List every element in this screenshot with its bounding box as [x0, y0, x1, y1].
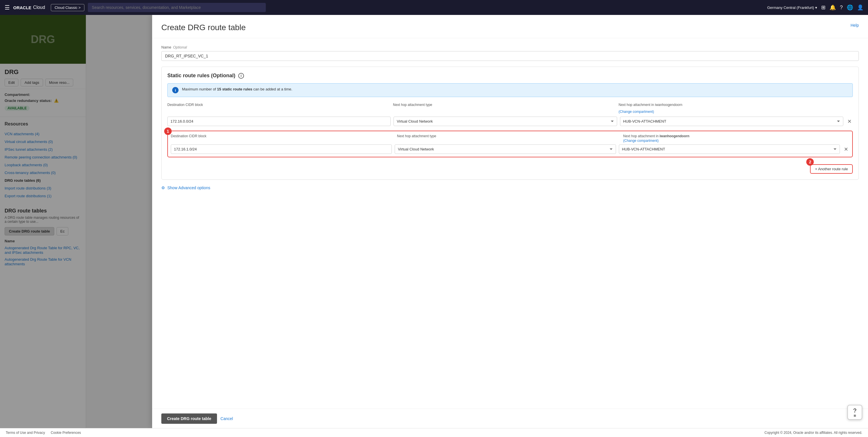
rule-1-hop-attachment-select[interactable]: HUB-VCN-ATTACHMENT: [620, 117, 843, 126]
name-label-text: Name: [161, 45, 172, 50]
rule-2-destination-label: Destination CIDR block: [171, 134, 394, 143]
modal-title: Create DRG route table: [161, 23, 246, 32]
next-hop-attachment-header-text: Next hop attachment in iwanhoogendoorn: [619, 103, 841, 109]
terms-link[interactable]: Terms of Use and Privacy: [6, 431, 45, 435]
user-profile-icon[interactable]: 👤: [857, 4, 863, 11]
route-rule-2-fields: Virtual Cloud Network IPSec Tunnel FastC…: [171, 145, 849, 154]
next-hop-attachment-header: Next hop attachment in iwanhoogendoorn (…: [619, 103, 841, 114]
region-label: Germany Central (Frankfurt): [767, 5, 814, 10]
console-icon[interactable]: ⊞: [821, 4, 826, 11]
info-banner-content: Maximum number of 15 static route rules …: [182, 87, 292, 91]
help-icon[interactable]: ?: [840, 5, 843, 11]
help-widget-icon: ?: [853, 407, 856, 414]
rule-2-hop-attachment-select[interactable]: HUB-VCN-ATTACHMENT: [619, 145, 840, 154]
static-rules-title: Static route rules (Optional): [167, 73, 236, 79]
info-banner-icon: i: [172, 87, 179, 93]
destination-cidr-header: Destination CIDR block: [167, 103, 390, 114]
notifications-icon[interactable]: 🔔: [830, 4, 836, 11]
rule-2-hop-type-select[interactable]: Virtual Cloud Network IPSec Tunnel FastC…: [395, 145, 616, 154]
name-form-group: Name Optional: [161, 45, 859, 61]
route-rules-column-headers: Destination CIDR block Next hop attachme…: [167, 103, 853, 116]
rule-1-hop-type-select[interactable]: Virtual Cloud Network IPSec Tunnel FastC…: [394, 117, 617, 126]
oracle-brand-text: ORACLE: [13, 5, 31, 10]
modal-footer: Create DRG route table Cancel: [152, 409, 868, 428]
info-banner: i Maximum number of 15 static route rule…: [167, 83, 853, 97]
nav-right-section: Germany Central (Frankfurt) ▾ ⊞ 🔔 ? 🌐 👤: [767, 4, 863, 11]
add-another-route-rule-button[interactable]: + Another route rule: [810, 164, 853, 174]
sliders-icon: ⚙: [161, 186, 165, 190]
hamburger-menu-icon[interactable]: ☰: [5, 4, 10, 11]
global-search-input[interactable]: [88, 3, 266, 12]
remove-rule-2-button[interactable]: ✕: [843, 146, 849, 153]
modal-body: Name Optional Static route rules (Option…: [152, 38, 868, 409]
create-drg-route-table-panel: Create DRG route table Help Name Optiona…: [152, 15, 868, 428]
cookie-preferences-link[interactable]: Cookie Preferences: [51, 431, 81, 435]
add-rule-btn-wrapper: 2 + Another route rule: [810, 162, 853, 174]
remove-rule-1-button[interactable]: ✕: [846, 118, 853, 125]
route-rule-1: Virtual Cloud Network IPSec Tunnel FastC…: [167, 117, 853, 126]
show-advanced-label: Show Advanced options: [167, 186, 210, 190]
show-advanced-options-link[interactable]: ⚙ Show Advanced options: [161, 186, 859, 190]
rule-2-cidr-input[interactable]: [171, 145, 392, 154]
oracle-logo: ORACLE Cloud: [13, 5, 45, 10]
static-route-rules-section: Static route rules (Optional) i i Maximu…: [161, 67, 859, 180]
name-label: Name Optional: [161, 45, 859, 50]
rule-1-hop-attachment-container: HUB-VCN-ATTACHMENT: [620, 117, 843, 126]
change-compartment-link-1[interactable]: (Change compartment): [619, 110, 841, 114]
rule-2-hop-type-label: Next hop attachment type: [397, 134, 620, 143]
rule-2-col-labels: Destination CIDR block Next hop attachme…: [171, 134, 849, 143]
help-widget-grid-icon: ⊞: [854, 414, 856, 417]
cloud-label: Cloud: [33, 5, 45, 10]
modal-header: Create DRG route table Help: [152, 15, 868, 38]
cloud-classic-button[interactable]: Cloud Classic >: [51, 4, 84, 11]
copyright-text: Copyright © 2024, Oracle and/or its affi…: [764, 431, 862, 435]
language-icon[interactable]: 🌐: [847, 4, 853, 11]
top-navigation: ☰ ORACLE Cloud Cloud Classic > Germany C…: [0, 0, 868, 15]
change-compartment-link-2[interactable]: (Change compartment): [623, 139, 846, 143]
static-rules-header: Static route rules (Optional) i: [167, 73, 853, 79]
bottom-bar: Terms of Use and Privacy Cookie Preferen…: [0, 428, 868, 437]
add-rule-container: 2 + Another route rule: [167, 162, 853, 174]
cancel-button[interactable]: Cancel: [220, 416, 233, 421]
static-rules-info-icon[interactable]: i: [238, 73, 244, 79]
help-link[interactable]: Help: [850, 23, 859, 28]
region-chevron-icon: ▾: [815, 5, 817, 10]
rule-2-hop-attachment-header: Next hop attachment in iwanhoogendoorn (…: [623, 134, 846, 143]
region-selector[interactable]: Germany Central (Frankfurt) ▾: [767, 5, 817, 10]
badge-1: 1: [164, 127, 172, 135]
next-hop-type-header: Next hop attachment type: [393, 103, 616, 114]
name-input[interactable]: [161, 51, 859, 61]
help-widget[interactable]: ? ⊞: [847, 405, 862, 420]
rule-1-cidr-input[interactable]: [167, 117, 391, 126]
name-optional-text: Optional: [173, 45, 187, 50]
rule-2-hop-attachment-label: Next hop attachment in iwanhoogendoorn: [623, 134, 846, 138]
route-rule-2-highlighted-container: 1 Destination CIDR block Next hop attach…: [167, 131, 853, 157]
create-drg-route-table-submit-button[interactable]: Create DRG route table: [161, 413, 217, 424]
